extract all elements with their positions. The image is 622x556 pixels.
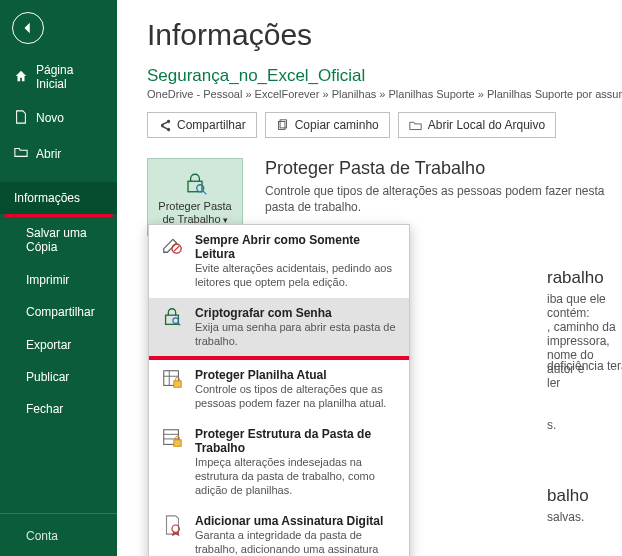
backstage-sidebar: Página Inicial Novo Abrir Informações Sa… — [0, 0, 117, 556]
browser-heading-partial: balho — [547, 486, 589, 506]
nav-share[interactable]: Compartilhar — [0, 296, 117, 328]
file-icon — [14, 110, 28, 127]
nav-print-label: Imprimir — [26, 273, 69, 287]
inspect-line1: iba que ele contém: — [547, 292, 622, 320]
dd-encrypt-title: Criptografar com Senha — [195, 306, 399, 320]
home-icon — [14, 69, 28, 86]
copy-path-button[interactable]: Copiar caminho — [265, 112, 390, 138]
nav-export-label: Exportar — [26, 338, 71, 352]
dd-readonly[interactable]: Sempre Abrir como Somente LeituraEvite a… — [149, 225, 409, 298]
dd-signature-title: Adicionar uma Assinatura Digital — [195, 514, 399, 528]
copy-icon — [276, 119, 289, 132]
nav-info-label: Informações — [14, 191, 80, 205]
share-button[interactable]: Compartilhar — [147, 112, 257, 138]
folder-icon — [409, 119, 422, 132]
nav-new[interactable]: Novo — [0, 101, 117, 136]
lock-search-icon — [181, 169, 209, 197]
arrow-left-icon — [21, 21, 35, 35]
nav-share-label: Compartilhar — [26, 305, 95, 319]
nav-info[interactable]: Informações — [0, 182, 117, 214]
page-title: Informações — [147, 18, 622, 52]
nav-publish[interactable]: Publicar — [0, 361, 117, 393]
workbook-lock-icon — [159, 427, 185, 498]
file-name: Segurança_no_Excel_Oficial — [147, 66, 622, 86]
dd-encrypt-desc: Exija uma senha para abrir esta pasta de… — [195, 320, 399, 349]
browser-line1: salvas. — [547, 510, 589, 524]
compat-partial: s. — [547, 418, 556, 432]
dd-signature-desc: Garanta a integridade da pasta de trabal… — [195, 528, 399, 556]
dd-readonly-title: Sempre Abrir como Somente Leitura — [195, 233, 399, 261]
nav-open[interactable]: Abrir — [0, 136, 117, 171]
share-icon — [158, 119, 171, 132]
sheet-lock-icon — [159, 368, 185, 411]
nav-open-label: Abrir — [36, 147, 61, 161]
protect-dropdown: Sempre Abrir como Somente LeituraEvite a… — [148, 224, 410, 556]
protect-heading: Proteger Pasta de Trabalho — [265, 158, 605, 179]
nav-account-label: Conta — [26, 529, 58, 543]
svg-rect-17 — [174, 440, 181, 446]
breadcrumb: OneDrive - Pessoal » ExcelForever » Plan… — [147, 88, 622, 100]
dd-protect-structure-title: Proteger Estrutura da Pasta de Trabalho — [195, 427, 399, 455]
nav-save-copy[interactable]: Salvar uma Cópia — [0, 217, 117, 264]
protect-description: Proteger Pasta de Trabalho Controle que … — [265, 158, 605, 215]
svg-rect-2 — [188, 181, 202, 192]
svg-line-4 — [203, 191, 207, 195]
nav-close[interactable]: Fechar — [0, 393, 117, 425]
nav-new-label: Novo — [36, 111, 64, 125]
protect-button-label: Proteger Pasta de Trabalho — [158, 200, 231, 225]
dd-protect-sheet-desc: Controle os tipos de alterações que as p… — [195, 382, 399, 411]
accessibility-partial: deficiência terão dificuldade para ler — [547, 358, 622, 392]
back-button[interactable] — [12, 12, 44, 44]
nav-save-copy-label: Salvar uma Cópia — [26, 226, 107, 255]
copy-path-label: Copiar caminho — [295, 118, 379, 132]
dd-protect-sheet-title: Proteger Planilha Atual — [195, 368, 399, 382]
dd-protect-sheet[interactable]: Proteger Planilha AtualControle os tipos… — [149, 360, 409, 419]
svg-line-6 — [174, 246, 180, 252]
browser-partial: balho salvas. — [547, 486, 589, 524]
nav-print[interactable]: Imprimir — [0, 264, 117, 296]
ribbon-icon — [159, 514, 185, 556]
dd-signature[interactable]: Adicionar uma Assinatura DigitalGaranta … — [149, 506, 409, 556]
open-location-label: Abrir Local do Arquivo — [428, 118, 545, 132]
inspect-heading-partial: rabalho — [547, 268, 622, 288]
protect-desc: Controle que tipos de alterações as pess… — [265, 183, 605, 215]
nav-export[interactable]: Exportar — [0, 329, 117, 361]
nav-home[interactable]: Página Inicial — [0, 54, 117, 101]
nav-publish-label: Publicar — [26, 370, 69, 384]
nav-home-label: Página Inicial — [36, 63, 107, 92]
open-location-button[interactable]: Abrir Local do Arquivo — [398, 112, 556, 138]
action-bar: Compartilhar Copiar caminho Abrir Local … — [147, 112, 622, 138]
dd-readonly-desc: Evite alterações acidentais, pedindo aos… — [195, 261, 399, 290]
nav-account[interactable]: Conta — [0, 520, 117, 552]
pencil-prohibit-icon — [159, 233, 185, 290]
lock-icon — [159, 306, 185, 349]
dd-protect-structure-desc: Impeça alterações indesejadas na estrutu… — [195, 455, 399, 498]
dd-protect-structure[interactable]: Proteger Estrutura da Pasta de TrabalhoI… — [149, 419, 409, 506]
nav-close-label: Fechar — [26, 402, 63, 416]
share-button-label: Compartilhar — [177, 118, 246, 132]
svg-point-3 — [197, 185, 204, 192]
folder-open-icon — [14, 145, 28, 162]
svg-rect-13 — [174, 381, 181, 387]
dd-encrypt[interactable]: Criptografar com SenhaExija uma senha pa… — [149, 298, 409, 357]
